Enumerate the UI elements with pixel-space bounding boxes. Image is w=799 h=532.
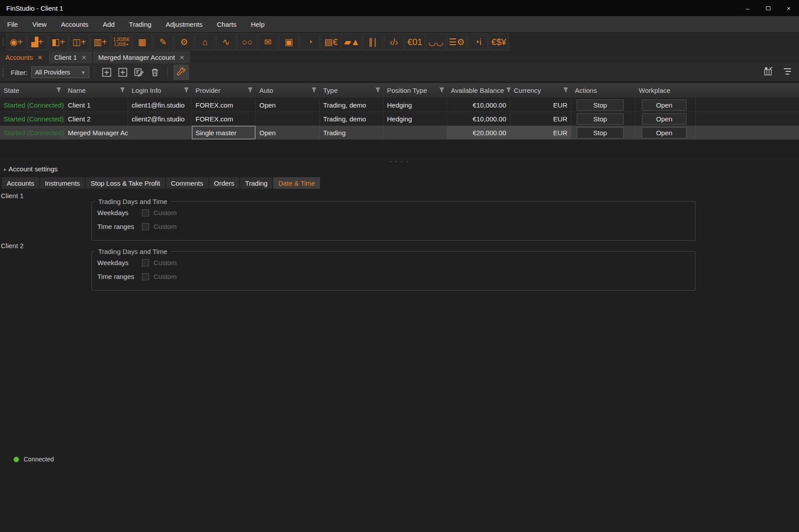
panel-splitter-handle[interactable]: · · · · xyxy=(0,159,799,163)
column-header-provider[interactable]: Provider xyxy=(192,83,256,98)
accounts-table-empty-area xyxy=(0,140,799,159)
symbol-lookup-icon[interactable]: €01 xyxy=(405,33,425,50)
filter-funnel-icon[interactable] xyxy=(118,87,125,94)
settings-tab-trading[interactable]: Trading xyxy=(240,177,272,189)
close-tab-icon[interactable]: ✕ xyxy=(81,54,87,61)
filter-funnel-icon[interactable] xyxy=(182,87,189,94)
custom-checkbox[interactable] xyxy=(142,259,149,266)
column-header-login-info[interactable]: Login Info xyxy=(128,83,192,98)
column-header-auto[interactable]: Auto xyxy=(256,83,320,98)
custom-checkbox-label: Custom xyxy=(154,223,177,230)
column-header-actions[interactable]: Actions xyxy=(571,83,635,98)
journal-icon[interactable]: ◡◡ xyxy=(426,33,446,50)
provider-filter-dropdown[interactable]: All Providers ▼ xyxy=(31,66,89,78)
stop-button[interactable]: Stop xyxy=(577,127,624,138)
new-layout-icon[interactable]: ◧+ xyxy=(48,33,68,50)
settings-tab-instruments[interactable]: Instruments xyxy=(40,177,85,189)
filter-funnel-icon[interactable] xyxy=(309,87,317,94)
add-merged-account-button[interactable] xyxy=(116,66,129,79)
custom-checkbox[interactable] xyxy=(142,273,149,280)
code-editor-icon[interactable]: ‹/› xyxy=(384,33,404,50)
menu-item-add[interactable]: Add xyxy=(96,16,122,32)
open-workplace-button[interactable]: Open xyxy=(642,113,687,125)
add-account-button[interactable] xyxy=(100,66,113,79)
close-icon[interactable]: × xyxy=(778,0,799,16)
new-account-icon[interactable]: ◉+ xyxy=(6,33,26,50)
delete-account-button[interactable] xyxy=(148,66,162,79)
filter-funnel-icon[interactable] xyxy=(246,87,253,94)
table-row[interactable]: Started (Connected)Client 1client1@fin.s… xyxy=(0,98,799,112)
column-header-name[interactable]: Name xyxy=(64,83,128,98)
cell-currency: EUR xyxy=(510,126,571,139)
account-settings-tool-button[interactable] xyxy=(174,65,189,80)
tab-merged-manager-account[interactable]: Merged Manager Account✕ xyxy=(93,51,190,63)
trading-days-group-title: Trading Days and Time xyxy=(95,198,171,205)
tab-client-1[interactable]: Client 1✕ xyxy=(49,51,92,63)
column-header-type[interactable]: Type xyxy=(320,83,383,98)
filter-funnel-icon[interactable] xyxy=(561,87,569,94)
currency-rates-icon[interactable]: €$¥ xyxy=(489,33,509,50)
close-tab-icon[interactable]: ✕ xyxy=(179,54,185,61)
menu-item-adjustments[interactable]: Adjustments xyxy=(158,16,210,32)
analytics-icon[interactable]: ▰▲ xyxy=(342,33,362,50)
new-columns-view-icon[interactable]: ▥+ xyxy=(90,33,110,50)
scheduler-icon[interactable]: ◔ xyxy=(300,33,320,50)
candle-chart-icon[interactable]: ∥∣ xyxy=(363,33,383,50)
group-panel-icon[interactable] xyxy=(782,66,793,79)
settings-tab-stop-loss-take-profit[interactable]: Stop Loss & Take Profit xyxy=(86,177,165,189)
collapse-arrow-icon[interactable]: ▴ xyxy=(4,166,6,171)
stop-button[interactable]: Stop xyxy=(577,113,624,125)
column-header-workplace[interactable]: Workplace xyxy=(635,83,696,98)
billing-icon[interactable]: ▤€ xyxy=(321,33,341,50)
market-depth-icon[interactable]: ∿ xyxy=(216,33,236,50)
cell-type: Trading xyxy=(320,126,383,139)
timer-info-icon[interactable]: ◔i xyxy=(468,33,488,50)
notifications-icon[interactable]: ✉ xyxy=(258,33,278,50)
account-settings-header[interactable]: ▴ Account settings xyxy=(4,165,58,173)
accounts-structure-icon[interactable]: ⌂ xyxy=(195,33,215,50)
toolbar-grip-handle[interactable] xyxy=(3,38,4,46)
settings-tab-date-time[interactable]: Date & Time xyxy=(273,177,320,189)
algo-trading-icon[interactable]: ▣ xyxy=(279,33,299,50)
menu-item-help[interactable]: Help xyxy=(244,16,272,32)
filter-funnel-icon[interactable] xyxy=(504,87,510,94)
menu-item-view[interactable]: View xyxy=(25,16,54,32)
menu-item-trading[interactable]: Trading xyxy=(122,16,158,32)
menu-item-file[interactable]: File xyxy=(0,16,25,32)
filter-funnel-icon[interactable] xyxy=(437,87,445,94)
cell-name: Client 2 xyxy=(64,112,128,125)
stop-button[interactable]: Stop xyxy=(577,100,624,111)
menu-item-charts[interactable]: Charts xyxy=(210,16,244,32)
close-tab-icon[interactable]: ✕ xyxy=(37,54,43,61)
table-row[interactable]: Started (Connected)Merged Manager Accoun… xyxy=(0,126,799,140)
new-chart-account-icon[interactable]: ▟+ xyxy=(27,33,47,50)
column-header-available-balance[interactable]: Available Balance xyxy=(447,83,510,98)
minimize-icon[interactable]: – xyxy=(737,0,758,16)
script-editor-icon[interactable]: ✎ xyxy=(153,33,173,50)
column-header-position-type[interactable]: Position Type xyxy=(383,83,447,98)
maximize-icon[interactable] xyxy=(758,0,778,16)
column-chooser-icon[interactable] xyxy=(763,66,774,79)
table-row[interactable]: Started (Connected)Client 2client2@fin.s… xyxy=(0,112,799,126)
custom-checkbox[interactable] xyxy=(142,223,149,230)
filter-funnel-icon[interactable] xyxy=(54,87,62,94)
custom-checkbox[interactable] xyxy=(142,209,149,216)
column-header-currency[interactable]: Currency xyxy=(510,83,571,98)
filterbar-grip-handle[interactable] xyxy=(3,69,4,76)
settings-icon[interactable]: ⚙ xyxy=(174,33,194,50)
settings-tab-comments[interactable]: Comments xyxy=(166,177,208,189)
table-view-icon[interactable]: ▦ xyxy=(132,33,152,50)
edit-account-button[interactable] xyxy=(132,66,146,79)
new-workspace-icon[interactable]: ◫+ xyxy=(69,33,89,50)
filter-funnel-icon[interactable] xyxy=(373,87,381,94)
menu-item-accounts[interactable]: Accounts xyxy=(54,16,96,32)
task-list-settings-icon[interactable]: ☰⚙ xyxy=(447,33,467,50)
open-workplace-button[interactable]: Open xyxy=(642,127,687,138)
settings-tab-accounts[interactable]: Accounts xyxy=(2,177,39,189)
open-workplace-button[interactable]: Open xyxy=(642,100,687,111)
tab-accounts[interactable]: Accounts✕ xyxy=(0,51,48,63)
column-header-state[interactable]: State xyxy=(0,83,64,98)
connections-icon[interactable]: ○○ xyxy=(237,33,257,50)
settings-tab-orders[interactable]: Orders xyxy=(209,177,239,189)
new-quote-board-icon[interactable]: 1.203561.2035+ xyxy=(111,33,131,50)
